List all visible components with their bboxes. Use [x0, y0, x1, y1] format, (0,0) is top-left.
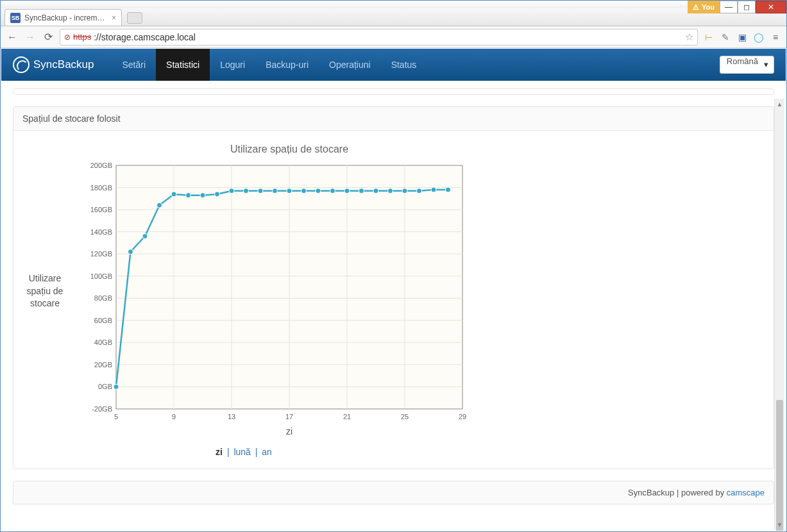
browser-toolbar: ← → ⟳ ⊘ https ://storage.camscape.local …: [1, 26, 786, 48]
nav-item-operațiuni[interactable]: Operațiuni: [319, 49, 381, 81]
svg-point-45: [229, 188, 234, 194]
panel-heading: Spațiul de stocare folosit: [13, 107, 774, 131]
svg-point-41: [171, 192, 176, 197]
extension-icon[interactable]: ◯: [753, 31, 765, 43]
svg-point-40: [157, 203, 162, 208]
extension-icon[interactable]: ▣: [736, 31, 748, 43]
svg-text:60GB: 60GB: [94, 317, 112, 324]
svg-point-42: [186, 193, 191, 198]
svg-point-57: [402, 188, 407, 194]
back-button[interactable]: ←: [6, 31, 19, 44]
svg-point-47: [258, 188, 263, 194]
nav-item-loguri[interactable]: Loguri: [210, 49, 255, 81]
svg-point-53: [344, 188, 350, 194]
brand-icon: [13, 56, 30, 73]
new-tab-button[interactable]: [127, 12, 142, 24]
svg-point-59: [431, 187, 436, 192]
language-label: Română: [727, 56, 758, 66]
favicon: SB: [10, 13, 21, 23]
scroll-up-icon[interactable]: ▲: [775, 99, 784, 109]
svg-text:180GB: 180GB: [90, 184, 112, 192]
nav-item-status[interactable]: Status: [381, 49, 427, 81]
address-bar[interactable]: ⊘ https ://storage.camscape.local ☆: [60, 29, 698, 46]
time-range-links: zi | lună | an: [22, 447, 465, 457]
svg-point-38: [128, 249, 133, 254]
svg-text:25: 25: [401, 413, 409, 420]
window-close-button[interactable]: ✕: [756, 1, 786, 13]
svg-text:100GB: 100GB: [90, 272, 112, 280]
window-maximize-button[interactable]: ◻: [738, 1, 756, 13]
footer-link[interactable]: camscape: [727, 488, 765, 497]
time-link-month[interactable]: lună: [233, 447, 250, 457]
svg-point-60: [446, 187, 451, 192]
svg-text:120GB: 120GB: [90, 250, 112, 258]
nav-item-setări[interactable]: Setări: [112, 49, 157, 81]
svg-text:zi: zi: [286, 426, 292, 436]
time-link-year[interactable]: an: [262, 447, 272, 457]
svg-point-58: [417, 188, 422, 194]
tab-close-icon[interactable]: ×: [112, 13, 116, 22]
language-select[interactable]: Română: [720, 56, 774, 74]
tab-title: SyncBackup - incremental: [24, 13, 108, 22]
svg-text:29: 29: [459, 413, 466, 420]
browser-menu-icon[interactable]: ≡: [770, 31, 781, 43]
brand[interactable]: SyncBackup: [13, 56, 94, 73]
svg-text:Utilizare spațiu de stocare: Utilizare spațiu de stocare: [230, 144, 348, 154]
nav-item-backup-uri[interactable]: Backup-uri: [255, 49, 319, 81]
panel-fragment: [13, 88, 774, 95]
time-link-day[interactable]: zi: [216, 447, 223, 457]
svg-text:21: 21: [343, 413, 351, 420]
url-host: ://storage.camscape.local: [94, 32, 196, 42]
svg-text:5: 5: [114, 413, 118, 420]
chart-y-axis-title: Utilizare spațiu de stocare: [22, 272, 67, 310]
reload-button[interactable]: ⟳: [42, 31, 55, 44]
svg-text:140GB: 140GB: [90, 228, 112, 236]
svg-text:-20GB: -20GB: [92, 405, 112, 413]
scrollbar[interactable]: ▲ ▼: [774, 99, 784, 529]
svg-point-43: [200, 193, 205, 198]
svg-text:80GB: 80GB: [94, 294, 112, 302]
svg-point-48: [273, 188, 278, 194]
browser-tab[interactable]: SB SyncBackup - incremental ×: [4, 9, 122, 26]
bookmark-star-icon[interactable]: ☆: [685, 31, 693, 43]
svg-text:17: 17: [285, 413, 293, 420]
svg-point-39: [142, 234, 148, 239]
svg-point-49: [287, 188, 292, 194]
extension-icon[interactable]: ⊢: [703, 31, 715, 43]
app-navbar: SyncBackup SetăriStatisticiLoguriBackup-…: [1, 49, 786, 81]
storage-panel: Spațiul de stocare folosit Utilizare spa…: [13, 106, 774, 469]
svg-point-56: [388, 188, 393, 194]
nav-item-statistici[interactable]: Statistici: [156, 49, 210, 81]
insecure-lock-icon: ⊘: [64, 33, 71, 42]
svg-text:9: 9: [172, 413, 176, 420]
extension-icon[interactable]: ✎: [720, 31, 731, 43]
svg-text:160GB: 160GB: [90, 206, 112, 213]
svg-point-54: [359, 188, 364, 194]
brand-label: SyncBackup: [33, 58, 94, 71]
svg-point-55: [373, 188, 378, 194]
url-scheme: https: [73, 32, 91, 42]
svg-text:13: 13: [228, 413, 235, 420]
svg-point-50: [301, 188, 307, 194]
svg-point-44: [215, 192, 220, 197]
scrollbar-thumb[interactable]: [776, 400, 783, 531]
scroll-down-icon[interactable]: ▼: [775, 519, 784, 529]
storage-chart: Utilizare spațiu de stocare-20GB0GB20GB4…: [71, 140, 469, 441]
svg-text:0GB: 0GB: [98, 383, 112, 390]
window-minimize-button[interactable]: —: [720, 1, 738, 13]
svg-text:20GB: 20GB: [94, 361, 112, 369]
svg-text:40GB: 40GB: [94, 338, 112, 346]
browser-tabstrip: SB SyncBackup - incremental ×: [1, 8, 786, 26]
svg-point-52: [330, 188, 335, 194]
svg-point-51: [316, 188, 321, 194]
svg-text:200GB: 200GB: [90, 162, 112, 169]
svg-point-37: [114, 384, 119, 389]
forward-button[interactable]: →: [24, 31, 37, 44]
page-footer: SyncBackup | powered by camscape: [13, 481, 774, 504]
user-badge[interactable]: You: [688, 1, 720, 13]
svg-point-46: [244, 188, 249, 194]
